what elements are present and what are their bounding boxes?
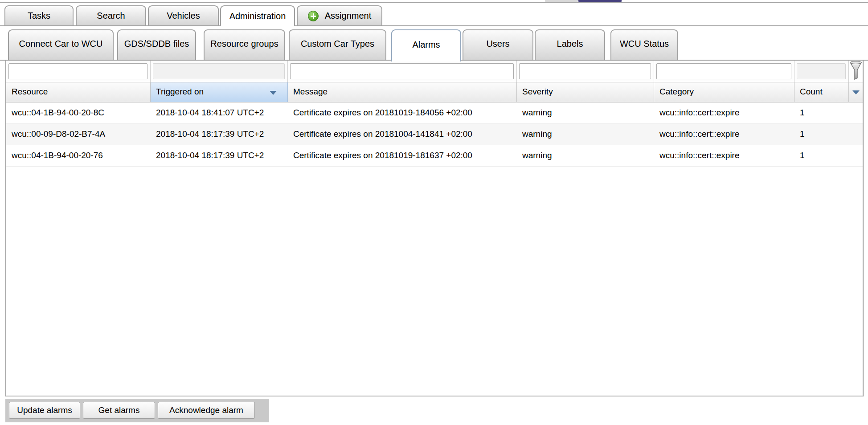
cell-triggered-on: 2018-10-04 18:17:39 UTC+2 (151, 124, 288, 145)
cell-category: wcu::info::cert::expire (654, 124, 794, 145)
filter-cell-triggered-on (151, 61, 288, 82)
resource-filter-input[interactable] (8, 63, 147, 79)
button-label: Get alarms (98, 405, 140, 415)
tab-label: Labels (557, 39, 583, 49)
cell-count: 1 (794, 145, 849, 166)
subtab-alarms[interactable]: Alarms (391, 29, 461, 61)
tab-label: Alarms (412, 40, 440, 50)
acknowledge-alarm-button[interactable]: Acknowledge alarm (158, 402, 255, 419)
tab-label: Administration (229, 11, 286, 21)
cell-message: Certificate expires on 20181019-181637 +… (288, 145, 517, 166)
filter-toggle-cell (849, 61, 863, 82)
subtab-users[interactable]: Users (463, 29, 533, 60)
header-severity[interactable]: Severity (517, 82, 654, 102)
tab-label: Custom Car Types (301, 39, 374, 49)
cell-message: Certificate expires on 20181019-184056 +… (288, 102, 517, 123)
tab-vehicles[interactable]: Vehicles (148, 5, 219, 25)
subtab-connect-car-to-wcu[interactable]: Connect Car to WCU (8, 29, 114, 60)
app-window: Tasks Search Vehicles Administration Ass… (0, 0, 868, 425)
tab-label: Resource groups (210, 39, 278, 49)
subtab-resource-groups[interactable]: Resource groups (204, 29, 285, 60)
tab-search[interactable]: Search (76, 5, 146, 25)
tab-administration[interactable]: Administration (220, 5, 295, 26)
column-menu-button[interactable] (849, 82, 863, 102)
top-tabbar-divider (0, 25, 868, 26)
severity-filter-input[interactable] (519, 63, 651, 79)
header-triggered-on[interactable]: Triggered on (151, 82, 288, 102)
cell-category: wcu::info::cert::expire (654, 145, 794, 166)
filter-cell-resource (6, 61, 151, 82)
tab-label: Connect Car to WCU (19, 39, 103, 49)
triggered-on-filter-input (153, 63, 285, 79)
table-row[interactable]: wcu::04-1B-94-00-20-8C 2018-10-04 18:41:… (6, 102, 863, 124)
cell-count: 1 (794, 102, 849, 123)
header-label: Resource (12, 87, 48, 96)
cell-message: Certificate expires on 20181004-141841 +… (288, 124, 517, 145)
subtab-custom-car-types[interactable]: Custom Car Types (289, 29, 386, 60)
tab-label: WCU Status (620, 39, 669, 49)
header-label: Severity (522, 87, 553, 96)
cell-severity: warning (517, 124, 654, 145)
count-filter-input (797, 63, 846, 79)
filter-row (6, 61, 863, 82)
table-row[interactable]: wcu::04-1B-94-00-20-76 2018-10-04 18:17:… (6, 145, 863, 167)
cell-count: 1 (794, 124, 849, 145)
header-category[interactable]: Category (654, 82, 794, 102)
cell-category: wcu::info::cert::expire (654, 102, 794, 123)
cell-resource: wcu::04-1B-94-00-20-76 (6, 145, 151, 166)
button-label: Update alarms (17, 405, 72, 415)
tab-assignment[interactable]: Assignment (297, 5, 382, 25)
get-alarms-button[interactable]: Get alarms (83, 402, 155, 419)
footer-toolbar: Update alarms Get alarms Acknowledge ala… (5, 399, 269, 422)
grid-header-row: Resource Triggered on Message Severity C… (6, 82, 863, 102)
subtab-wcu-status[interactable]: WCU Status (610, 29, 678, 60)
header-label: Count (800, 87, 823, 96)
tab-label: Assignment (325, 11, 372, 21)
header-label: Triggered on (156, 87, 204, 96)
tab-label: Tasks (28, 11, 50, 21)
chevron-down-icon (852, 90, 860, 94)
cell-severity: warning (517, 145, 654, 166)
tab-label: Users (486, 39, 509, 49)
header-message[interactable]: Message (288, 82, 517, 102)
subtab-gds-sddb-files[interactable]: GDS/SDDB files (117, 29, 196, 60)
cell-severity: warning (517, 102, 654, 123)
browser-chrome-divider (0, 2, 868, 3)
button-label: Acknowledge alarm (169, 405, 243, 415)
table-row[interactable]: wcu::00-09-D8-02-B7-4A 2018-10-04 18:17:… (6, 124, 863, 145)
alarms-grid: Resource Triggered on Message Severity C… (5, 61, 864, 396)
category-filter-input[interactable] (656, 63, 791, 79)
header-count[interactable]: Count (794, 82, 849, 102)
tab-tasks[interactable]: Tasks (4, 5, 74, 25)
cell-triggered-on: 2018-10-04 18:17:39 UTC+2 (151, 145, 288, 166)
tab-label: Vehicles (167, 11, 200, 21)
tab-label: Search (97, 11, 125, 21)
header-label: Category (659, 87, 694, 96)
cell-resource: wcu::00-09-D8-02-B7-4A (6, 124, 151, 145)
update-alarms-button[interactable]: Update alarms (9, 402, 80, 419)
subtab-labels[interactable]: Labels (535, 29, 605, 60)
filter-cell-category (654, 61, 794, 82)
cell-resource: wcu::04-1B-94-00-20-8C (6, 102, 151, 123)
message-filter-input[interactable] (290, 63, 514, 79)
plus-circle-icon (308, 11, 319, 21)
funnel-icon[interactable] (849, 61, 862, 81)
tab-label: GDS/SDDB files (124, 39, 189, 49)
header-resource[interactable]: Resource (6, 82, 151, 102)
filter-cell-message (288, 61, 517, 82)
filter-cell-severity (517, 61, 654, 82)
sort-desc-icon (270, 91, 277, 95)
cell-triggered-on: 2018-10-04 18:41:07 UTC+2 (151, 102, 288, 123)
header-label: Message (293, 87, 328, 96)
filter-cell-count (794, 61, 849, 82)
